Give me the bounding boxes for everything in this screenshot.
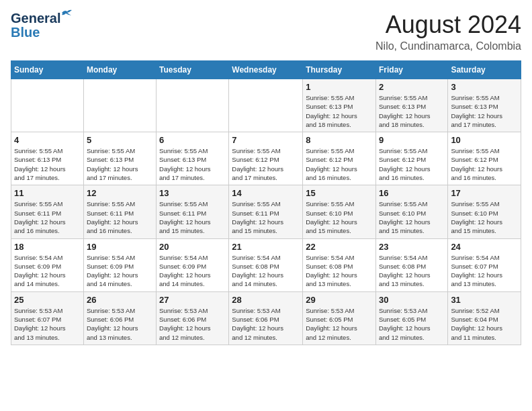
day-info: Sunrise: 5:54 AM Sunset: 6:07 PM Dayligh… xyxy=(451,253,518,289)
day-info: Sunrise: 5:54 AM Sunset: 6:08 PM Dayligh… xyxy=(379,253,445,289)
day-info: Sunrise: 5:53 AM Sunset: 6:06 PM Dayligh… xyxy=(87,306,153,342)
day-info: Sunrise: 5:55 AM Sunset: 6:12 PM Dayligh… xyxy=(232,146,300,182)
day-number: 17 xyxy=(451,188,518,198)
calendar-day-cell xyxy=(229,79,303,132)
logo-blue: Blue xyxy=(11,25,40,40)
calendar-day-cell: 20Sunrise: 5:54 AM Sunset: 6:09 PM Dayli… xyxy=(157,238,229,291)
day-number: 3 xyxy=(451,82,518,92)
weekday-header: Saturday xyxy=(448,61,521,79)
day-number: 11 xyxy=(14,188,81,198)
calendar-day-cell: 14Sunrise: 5:55 AM Sunset: 6:11 PM Dayli… xyxy=(229,185,303,238)
day-number: 24 xyxy=(451,242,518,252)
day-number: 9 xyxy=(379,135,445,145)
calendar-day-cell: 16Sunrise: 5:55 AM Sunset: 6:10 PM Dayli… xyxy=(375,185,447,238)
calendar-week-row: 18Sunrise: 5:54 AM Sunset: 6:09 PM Dayli… xyxy=(11,238,521,291)
day-info: Sunrise: 5:54 AM Sunset: 6:09 PM Dayligh… xyxy=(14,253,81,289)
day-number: 1 xyxy=(306,82,373,92)
day-info: Sunrise: 5:55 AM Sunset: 6:10 PM Dayligh… xyxy=(379,199,445,235)
day-info: Sunrise: 5:53 AM Sunset: 6:06 PM Dayligh… xyxy=(159,306,226,342)
weekday-header: Monday xyxy=(83,61,156,79)
calendar-day-cell: 24Sunrise: 5:54 AM Sunset: 6:07 PM Dayli… xyxy=(448,238,521,291)
day-info: Sunrise: 5:55 AM Sunset: 6:12 PM Dayligh… xyxy=(379,146,445,182)
day-info: Sunrise: 5:54 AM Sunset: 6:08 PM Dayligh… xyxy=(306,253,373,289)
day-number: 19 xyxy=(87,242,153,252)
calendar-day-cell: 4Sunrise: 5:55 AM Sunset: 6:13 PM Daylig… xyxy=(11,132,84,185)
day-info: Sunrise: 5:55 AM Sunset: 6:11 PM Dayligh… xyxy=(159,199,226,235)
day-info: Sunrise: 5:55 AM Sunset: 6:12 PM Dayligh… xyxy=(306,146,373,182)
day-info: Sunrise: 5:55 AM Sunset: 6:10 PM Dayligh… xyxy=(306,199,373,235)
weekday-header: Thursday xyxy=(303,61,376,79)
weekday-header: Sunday xyxy=(11,61,84,79)
calendar-body: 1Sunrise: 5:55 AM Sunset: 6:13 PM Daylig… xyxy=(11,79,521,345)
calendar-day-cell: 2Sunrise: 5:55 AM Sunset: 6:13 PM Daylig… xyxy=(375,79,447,132)
calendar-day-cell: 18Sunrise: 5:54 AM Sunset: 6:09 PM Dayli… xyxy=(11,238,84,291)
day-info: Sunrise: 5:55 AM Sunset: 6:11 PM Dayligh… xyxy=(87,199,153,235)
calendar-day-cell: 19Sunrise: 5:54 AM Sunset: 6:09 PM Dayli… xyxy=(83,238,156,291)
day-number: 23 xyxy=(379,242,445,252)
day-number: 26 xyxy=(87,295,153,305)
day-number: 2 xyxy=(379,82,445,92)
calendar-day-cell: 31Sunrise: 5:52 AM Sunset: 6:04 PM Dayli… xyxy=(448,291,521,345)
day-number: 8 xyxy=(306,135,373,145)
calendar-day-cell: 15Sunrise: 5:55 AM Sunset: 6:10 PM Dayli… xyxy=(303,185,376,238)
day-info: Sunrise: 5:53 AM Sunset: 6:07 PM Dayligh… xyxy=(14,306,81,342)
day-number: 31 xyxy=(451,295,518,305)
day-number: 20 xyxy=(159,242,226,252)
day-info: Sunrise: 5:53 AM Sunset: 6:05 PM Dayligh… xyxy=(379,306,445,342)
day-info: Sunrise: 5:54 AM Sunset: 6:09 PM Dayligh… xyxy=(87,253,153,289)
day-info: Sunrise: 5:53 AM Sunset: 6:05 PM Dayligh… xyxy=(306,306,373,342)
calendar-day-cell: 3Sunrise: 5:55 AM Sunset: 6:13 PM Daylig… xyxy=(448,79,521,132)
calendar-day-cell: 1Sunrise: 5:55 AM Sunset: 6:13 PM Daylig… xyxy=(303,79,376,132)
logo: General Blue xyxy=(11,11,60,40)
day-number: 16 xyxy=(379,188,445,198)
day-info: Sunrise: 5:55 AM Sunset: 6:13 PM Dayligh… xyxy=(451,93,518,129)
day-info: Sunrise: 5:55 AM Sunset: 6:13 PM Dayligh… xyxy=(306,93,373,129)
day-number: 13 xyxy=(159,188,226,198)
title-area: August 2024 Nilo, Cundinamarca, Colombia xyxy=(375,11,521,52)
calendar-week-row: 1Sunrise: 5:55 AM Sunset: 6:13 PM Daylig… xyxy=(11,79,521,132)
day-number: 18 xyxy=(14,242,81,252)
day-info: Sunrise: 5:55 AM Sunset: 6:11 PM Dayligh… xyxy=(232,199,300,235)
calendar-day-cell: 23Sunrise: 5:54 AM Sunset: 6:08 PM Dayli… xyxy=(375,238,447,291)
weekday-header: Tuesday xyxy=(157,61,229,79)
day-number: 14 xyxy=(232,188,300,198)
calendar-day-cell: 9Sunrise: 5:55 AM Sunset: 6:12 PM Daylig… xyxy=(375,132,447,185)
day-info: Sunrise: 5:54 AM Sunset: 6:09 PM Dayligh… xyxy=(159,253,226,289)
day-number: 10 xyxy=(451,135,518,145)
day-info: Sunrise: 5:52 AM Sunset: 6:04 PM Dayligh… xyxy=(451,306,518,342)
calendar-day-cell: 29Sunrise: 5:53 AM Sunset: 6:05 PM Dayli… xyxy=(303,291,376,345)
day-info: Sunrise: 5:55 AM Sunset: 6:11 PM Dayligh… xyxy=(14,199,81,235)
day-number: 5 xyxy=(87,135,153,145)
calendar-day-cell: 12Sunrise: 5:55 AM Sunset: 6:11 PM Dayli… xyxy=(83,185,156,238)
calendar-day-cell: 5Sunrise: 5:55 AM Sunset: 6:13 PM Daylig… xyxy=(83,132,156,185)
day-number: 21 xyxy=(232,242,300,252)
calendar-week-row: 4Sunrise: 5:55 AM Sunset: 6:13 PM Daylig… xyxy=(11,132,521,185)
calendar-day-cell: 7Sunrise: 5:55 AM Sunset: 6:12 PM Daylig… xyxy=(229,132,303,185)
calendar-day-cell: 26Sunrise: 5:53 AM Sunset: 6:06 PM Dayli… xyxy=(83,291,156,345)
day-number: 28 xyxy=(232,295,300,305)
calendar-day-cell: 8Sunrise: 5:55 AM Sunset: 6:12 PM Daylig… xyxy=(303,132,376,185)
calendar-day-cell: 21Sunrise: 5:54 AM Sunset: 6:08 PM Dayli… xyxy=(229,238,303,291)
calendar-day-cell: 17Sunrise: 5:55 AM Sunset: 6:10 PM Dayli… xyxy=(448,185,521,238)
calendar-day-cell: 10Sunrise: 5:55 AM Sunset: 6:12 PM Dayli… xyxy=(448,132,521,185)
day-info: Sunrise: 5:53 AM Sunset: 6:06 PM Dayligh… xyxy=(232,306,300,342)
day-number: 6 xyxy=(159,135,226,145)
calendar-week-row: 25Sunrise: 5:53 AM Sunset: 6:07 PM Dayli… xyxy=(11,291,521,345)
weekday-header: Friday xyxy=(375,61,447,79)
calendar-day-cell: 27Sunrise: 5:53 AM Sunset: 6:06 PM Dayli… xyxy=(157,291,229,345)
day-info: Sunrise: 5:55 AM Sunset: 6:13 PM Dayligh… xyxy=(379,93,445,129)
calendar-day-cell xyxy=(11,79,84,132)
calendar-day-cell: 28Sunrise: 5:53 AM Sunset: 6:06 PM Dayli… xyxy=(229,291,303,345)
day-info: Sunrise: 5:55 AM Sunset: 6:12 PM Dayligh… xyxy=(451,146,518,182)
day-info: Sunrise: 5:55 AM Sunset: 6:13 PM Dayligh… xyxy=(14,146,81,182)
calendar-header-row: SundayMondayTuesdayWednesdayThursdayFrid… xyxy=(11,61,521,79)
day-number: 27 xyxy=(159,295,226,305)
logo-general: General xyxy=(11,11,60,26)
day-number: 30 xyxy=(379,295,445,305)
weekday-header: Wednesday xyxy=(229,61,303,79)
calendar-day-cell: 13Sunrise: 5:55 AM Sunset: 6:11 PM Dayli… xyxy=(157,185,229,238)
calendar-day-cell: 30Sunrise: 5:53 AM Sunset: 6:05 PM Dayli… xyxy=(375,291,447,345)
calendar-day-cell xyxy=(83,79,156,132)
day-number: 12 xyxy=(87,188,153,198)
logo-bird-icon xyxy=(60,8,73,17)
